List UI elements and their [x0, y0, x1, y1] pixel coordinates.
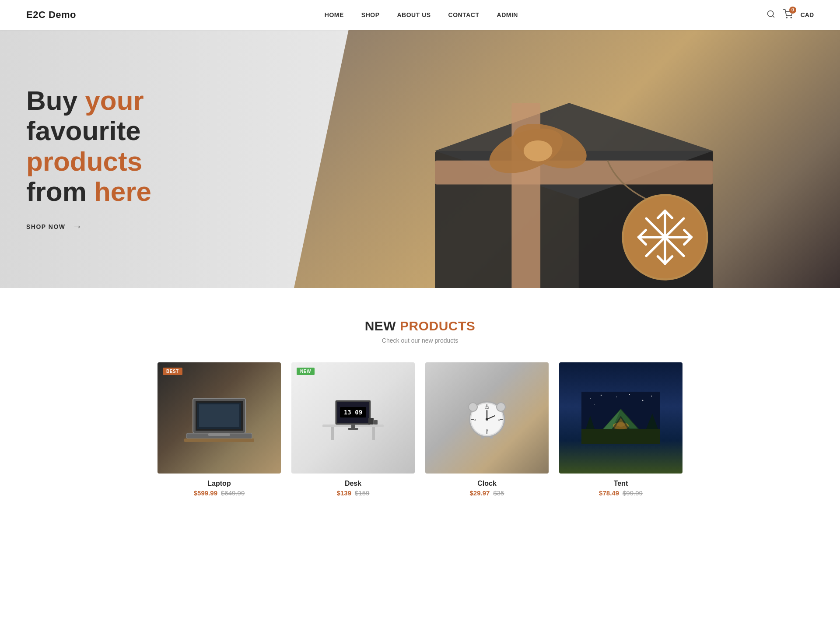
svg-rect-34 [331, 427, 334, 440]
currency-button[interactable]: CAD [801, 11, 814, 18]
price-sale-laptop: $599.99 [194, 489, 217, 497]
svg-point-63 [601, 395, 602, 396]
hero-line3-plain: from [26, 176, 94, 207]
product-image-desk: 13 09 [291, 362, 415, 474]
site-header: E2C Demo HOME SHOP ABOUT US CONTACT ADMI… [0, 0, 840, 30]
products-section: NEW PRODUCTS Check out our new products [0, 288, 840, 523]
heading-plain: NEW [365, 319, 400, 333]
product-image-wrap-tent [559, 362, 682, 474]
svg-rect-43 [374, 420, 378, 425]
product-prices-desk: $139 $159 [337, 489, 370, 497]
laptop-svg [184, 394, 254, 442]
nav-shop[interactable]: SHOP [361, 11, 380, 18]
svg-text:9: 9 [474, 418, 476, 422]
hero-content: Buy your favourite products from here SH… [26, 85, 254, 232]
price-original-clock: $35 [493, 489, 504, 497]
header-actions: 0 CAD [766, 9, 814, 21]
cart-button[interactable]: 0 [783, 9, 793, 21]
hero-title: Buy your favourite products from here [26, 85, 254, 207]
product-badge-laptop: BEST [163, 368, 182, 375]
hero-line2-accent: products [26, 146, 142, 176]
product-image-tent [559, 362, 682, 474]
product-image-laptop [158, 362, 281, 474]
hero-section: Buy your favourite products from here SH… [0, 30, 840, 288]
hero-line1-accent: your [85, 85, 144, 116]
svg-text:13 09: 13 09 [344, 409, 362, 416]
shop-now-button[interactable]: SHOP NOW → [26, 221, 254, 232]
product-image-wrap-clock: 12 3 6 9 [425, 362, 549, 474]
hero-line3-accent: here [94, 176, 151, 207]
price-sale-clock: $29.97 [470, 489, 490, 497]
svg-rect-55 [481, 436, 484, 439]
price-original-laptop: $649.99 [221, 489, 245, 497]
product-card-tent[interactable]: Tent $78.49 $99.99 [559, 362, 682, 497]
product-prices-laptop: $599.99 $649.99 [194, 489, 245, 497]
svg-point-67 [651, 396, 652, 396]
product-card-desk[interactable]: 13 09 NEW Desk $139 $159 [291, 362, 415, 497]
hero-line2-plain: favourite [26, 116, 141, 146]
product-badge-desk: NEW [297, 368, 315, 375]
product-card-clock[interactable]: 12 3 6 9 Clock $29.97 $35 [425, 362, 549, 497]
svg-rect-32 [184, 439, 254, 442]
price-original-desk: $159 [355, 489, 369, 497]
search-button[interactable] [766, 10, 775, 21]
main-nav: HOME SHOP ABOUT US CONTACT ADMIN [325, 11, 518, 18]
svg-point-68 [594, 404, 595, 405]
tent-svg [581, 392, 660, 444]
svg-text:3: 3 [498, 418, 500, 422]
product-name-tent: Tent [614, 480, 628, 488]
product-name-desk: Desk [345, 480, 361, 488]
section-subheading: Check out our new products [26, 337, 814, 344]
nav-about[interactable]: ABOUT US [397, 11, 430, 18]
svg-point-62 [590, 398, 591, 399]
price-original-tent: $99.99 [623, 489, 643, 497]
product-image-wrap-laptop: BEST [158, 362, 281, 474]
section-heading-main: NEW PRODUCTS [365, 319, 476, 333]
svg-point-64 [616, 396, 617, 397]
svg-rect-41 [348, 428, 358, 430]
section-heading: NEW PRODUCTS [26, 319, 814, 333]
price-sale-desk: $139 [337, 489, 351, 497]
products-grid: BEST Laptop $599.99 $649.99 [158, 362, 682, 497]
svg-rect-31 [208, 433, 230, 436]
product-name-clock: Clock [477, 480, 497, 488]
product-image-clock: 12 3 6 9 [425, 362, 549, 474]
nav-home[interactable]: HOME [325, 11, 344, 18]
svg-point-2 [786, 17, 787, 18]
product-prices-tent: $78.49 $99.99 [599, 489, 643, 497]
svg-point-52 [486, 418, 488, 421]
svg-point-53 [469, 403, 477, 411]
hero-line1-plain: Buy [26, 85, 85, 116]
search-icon [766, 10, 775, 18]
cart-badge: 0 [789, 7, 796, 14]
svg-point-3 [791, 17, 791, 18]
product-card-laptop[interactable]: BEST Laptop $599.99 $649.99 [158, 362, 281, 497]
svg-rect-42 [368, 418, 374, 425]
svg-rect-69 [581, 429, 660, 444]
svg-text:12: 12 [485, 406, 489, 410]
price-sale-tent: $78.49 [599, 489, 619, 497]
clock-svg: 12 3 6 9 [461, 394, 513, 442]
svg-text:6: 6 [486, 428, 488, 432]
svg-point-54 [497, 403, 505, 411]
svg-point-65 [629, 394, 630, 395]
shop-now-label: SHOP NOW [26, 223, 66, 230]
logo[interactable]: E2C Demo [26, 9, 76, 21]
arrow-icon: → [73, 221, 82, 232]
nav-admin[interactable]: ADMIN [497, 11, 518, 18]
svg-rect-40 [351, 425, 355, 428]
desk-svg: 13 09 [318, 394, 388, 442]
nav-contact[interactable]: CONTACT [448, 11, 480, 18]
product-image-wrap-desk: 13 09 NEW [291, 362, 415, 474]
svg-rect-29 [199, 404, 239, 427]
svg-line-1 [773, 15, 774, 17]
svg-rect-35 [372, 427, 375, 440]
product-prices-clock: $29.97 $35 [470, 489, 504, 497]
product-name-laptop: Laptop [207, 480, 231, 488]
heading-accent: PRODUCTS [400, 319, 475, 333]
hero-background [294, 30, 840, 288]
svg-rect-56 [490, 436, 493, 439]
svg-point-66 [642, 400, 644, 401]
